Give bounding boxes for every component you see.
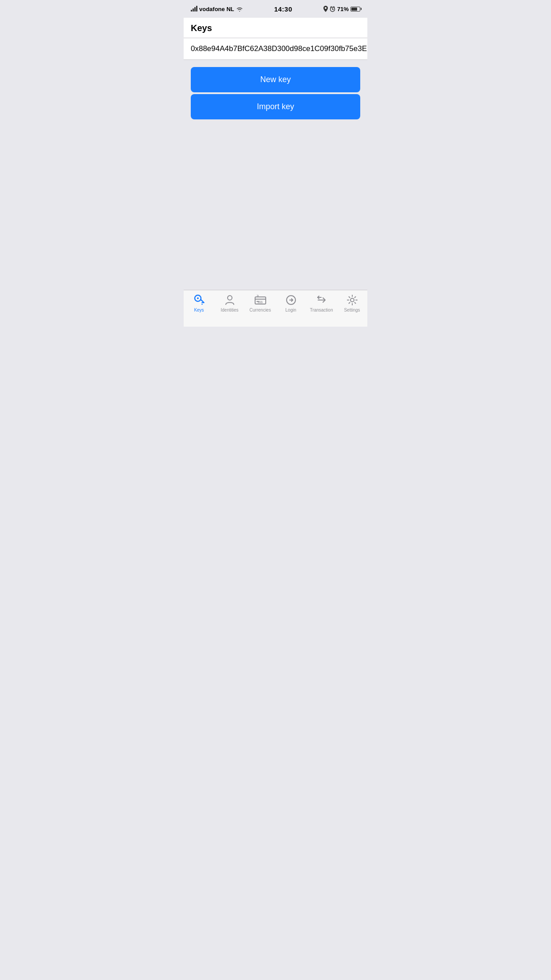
tab-currencies-label: Currencies: [249, 308, 271, 312]
new-key-button[interactable]: New key: [191, 67, 360, 92]
transaction-icon: [315, 294, 328, 306]
tab-identities[interactable]: Identities: [214, 294, 245, 312]
svg-point-7: [197, 297, 199, 299]
tab-transaction-label: Transaction: [310, 308, 333, 312]
tab-keys[interactable]: Keys: [184, 294, 214, 312]
carrier-label: vodafone NL: [199, 6, 234, 12]
svg-text:$$$: $$$: [257, 300, 263, 304]
currencies-icon: $ $$$: [254, 294, 267, 306]
signal-icon: [191, 6, 197, 12]
svg-rect-13: [255, 299, 266, 300]
tab-identities-label: Identities: [220, 308, 238, 312]
tab-currencies[interactable]: $ $$$ Currencies: [245, 294, 276, 312]
key-address: 0x88e94A4b7BfC62A38D300d98ce1C09f30fb75e…: [184, 38, 367, 60]
keys-icon: [193, 294, 205, 306]
tab-transaction[interactable]: Transaction: [306, 294, 337, 312]
tab-login[interactable]: Login: [276, 294, 306, 312]
identities-icon: [224, 294, 236, 306]
empty-space: [184, 126, 367, 290]
svg-point-18: [350, 298, 354, 302]
battery-icon: [350, 7, 360, 12]
svg-point-11: [228, 296, 232, 300]
tab-bar: Keys Identities $ $$$ Currencies: [184, 290, 367, 327]
tab-login-label: Login: [285, 308, 296, 312]
status-right: 71%: [323, 6, 360, 12]
alarm-icon: [330, 6, 335, 12]
tab-settings[interactable]: Settings: [337, 294, 367, 312]
page-title-section: Keys: [184, 18, 367, 38]
location-icon: [323, 6, 328, 12]
tab-keys-label: Keys: [194, 308, 204, 312]
svg-rect-9: [201, 302, 204, 303]
status-left: vodafone NL: [191, 6, 243, 12]
main-content: Keys 0x88e94A4b7BfC62A38D300d98ce1C09f30…: [184, 18, 367, 290]
buttons-area: New key Import key: [184, 60, 367, 126]
page-title: Keys: [191, 23, 212, 33]
svg-point-0: [325, 7, 327, 9]
settings-icon: [346, 294, 358, 306]
tab-settings-label: Settings: [344, 308, 360, 312]
svg-line-3: [332, 9, 333, 10]
login-icon: [285, 294, 297, 306]
wifi-icon: [236, 6, 243, 12]
svg-rect-10: [201, 304, 203, 305]
svg-text:$: $: [256, 295, 259, 297]
import-key-button[interactable]: Import key: [191, 94, 360, 119]
battery-percent: 71%: [337, 6, 349, 12]
status-bar: vodafone NL 14:30 71%: [184, 0, 367, 18]
time-display: 14:30: [274, 5, 292, 13]
